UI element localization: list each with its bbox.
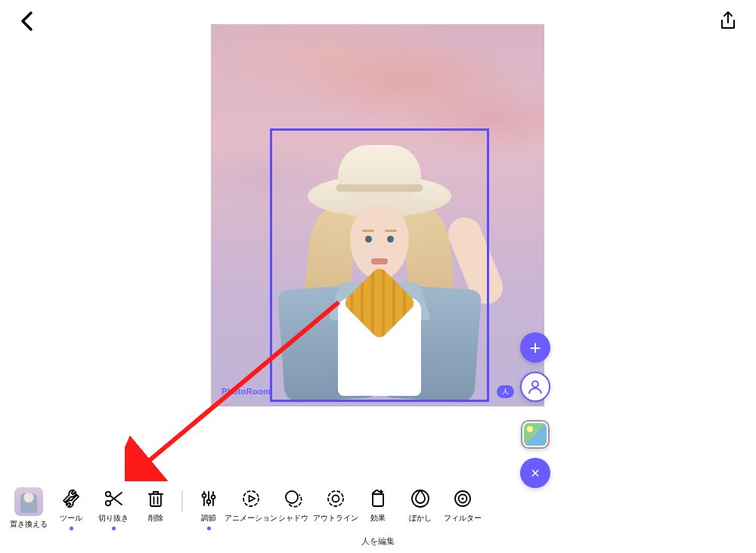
person-icon — [527, 378, 544, 395]
bottom-toolbar: 置き換えるツール切り抜き削除調節アニメーションシャドウアウトライン効果ぼかしフィ… — [0, 487, 756, 530]
tool-animation[interactable]: アニメーション — [230, 487, 272, 524]
selection-box[interactable] — [270, 128, 489, 402]
tool-label: アニメーション — [225, 513, 277, 524]
shadow-icon — [282, 487, 305, 510]
anim-icon — [240, 487, 262, 510]
tool-cutout[interactable]: 切り抜き — [92, 487, 135, 530]
indicator-dot — [207, 527, 211, 530]
tool-label: シャドウ — [278, 513, 308, 524]
tool-label: 置き換える — [10, 519, 48, 530]
tool-adjust[interactable]: 調節 — [187, 487, 230, 530]
wrench-icon — [60, 487, 82, 510]
svg-point-0 — [532, 382, 538, 388]
filter-icon — [451, 487, 474, 510]
tool-filter[interactable]: フィルター — [442, 487, 484, 524]
replace-thumb-icon — [14, 487, 43, 516]
tool-label: フィルター — [444, 513, 482, 524]
svg-point-18 — [207, 500, 211, 504]
tool-delete[interactable]: 削除 — [135, 487, 177, 524]
svg-marker-21 — [249, 496, 256, 502]
chevron-left-icon — [19, 11, 36, 32]
blur-icon — [409, 487, 432, 510]
close-layers-button[interactable]: × — [520, 458, 550, 488]
tool-label: アウトライン — [313, 513, 358, 524]
person-layer-badge: 人 — [497, 385, 514, 398]
tool-effect[interactable]: 効果 — [357, 487, 399, 524]
svg-point-24 — [333, 496, 339, 502]
tool-label: ぼかし — [409, 513, 432, 524]
tool-blur[interactable]: ぼかし — [399, 487, 442, 524]
picture-icon — [524, 423, 547, 446]
tool-replace[interactable]: 置き換える — [8, 487, 50, 530]
tool-label: 切り抜き — [98, 513, 129, 524]
layer-panel: + 人 × — [513, 332, 557, 497]
sliders-icon — [197, 487, 220, 510]
indicator-dot — [70, 527, 73, 530]
indicator-dot — [112, 527, 116, 530]
effect-icon — [367, 487, 389, 510]
tool-shadow[interactable]: シャドウ — [272, 487, 314, 524]
scissors-icon — [102, 487, 125, 510]
toolbar-separator — [181, 490, 183, 513]
tool-label: 調節 — [201, 513, 216, 524]
outline-icon — [324, 487, 347, 510]
svg-point-22 — [286, 491, 298, 503]
svg-point-19 — [212, 496, 215, 499]
person-layer-button[interactable] — [520, 372, 550, 402]
tool-tools[interactable]: ツール — [50, 487, 92, 530]
tool-label: 削除 — [148, 513, 163, 524]
svg-point-20 — [243, 491, 259, 506]
svg-point-29 — [461, 497, 463, 499]
tool-label: 効果 — [370, 513, 386, 524]
edit-canvas[interactable]: PhotoRoom — [211, 24, 544, 406]
status-label: 人を編集 — [0, 536, 756, 547]
svg-rect-7 — [150, 494, 161, 506]
add-layer-button[interactable]: + — [520, 332, 550, 363]
trash-icon — [144, 487, 167, 510]
tool-label: ツール — [60, 513, 82, 524]
background-layer-button[interactable] — [521, 420, 550, 449]
svg-point-17 — [203, 494, 206, 498]
watermark: PhotoRoom — [222, 387, 271, 396]
share-icon — [719, 11, 737, 32]
svg-point-23 — [328, 491, 343, 506]
tool-outline[interactable]: アウトライン — [314, 487, 357, 524]
share-button[interactable] — [719, 11, 737, 32]
back-button[interactable] — [19, 11, 36, 32]
